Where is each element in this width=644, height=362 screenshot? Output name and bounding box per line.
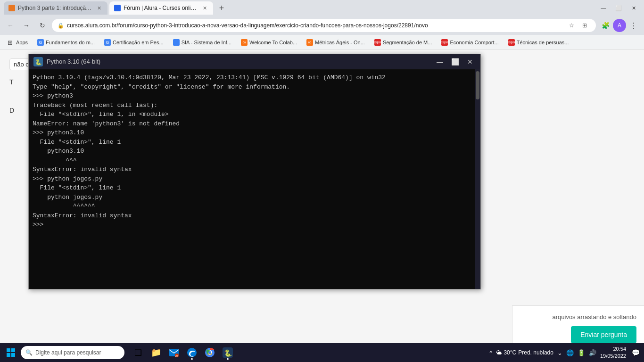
start-button[interactable]: [3, 345, 19, 361]
tab1-close[interactable]: ✕: [95, 4, 103, 12]
bookmark-star-icon[interactable]: ☆: [566, 20, 577, 31]
profile-avatar: A: [613, 19, 626, 32]
terminal-line-12: >>> python jogos.py: [33, 174, 477, 184]
terminal-line-8: File "<stdin>", line 1: [33, 138, 477, 147]
url-actions: ☆ ⊞: [566, 20, 590, 31]
weather-widget[interactable]: 🌥 30°C Pred. nublado: [496, 349, 553, 356]
page-d-label: D: [9, 107, 14, 114]
new-tab-button[interactable]: +: [215, 1, 228, 15]
tab1-favicon: [8, 5, 15, 11]
terminal-line-10: ^^^: [33, 156, 477, 165]
browser-chrome: Python 3 parte 1: introdução à n... ✕ Fó…: [0, 0, 644, 50]
network-icon[interactable]: 🌐: [566, 349, 574, 356]
google-icon-1: G: [37, 39, 44, 46]
system-tray: ^ 🌥 30°C Pred. nublado ⌄ 🌐 🔋 🔊 20:54 19/…: [489, 346, 641, 360]
bookmark-fundamentos[interactable]: G Fundamentos do m...: [33, 38, 99, 47]
bookmark-colab[interactable]: ∞ Welcome To Colab...: [237, 38, 301, 47]
url-bar[interactable]: 🔒 cursos.alura.com.br/forum/curso-python…: [52, 19, 596, 32]
taskbar-search-icon: 🔍: [25, 349, 33, 356]
window-controls: — ⬜ ✕: [597, 1, 640, 15]
bookmark-certificacao[interactable]: G Certificação em Pes...: [100, 38, 167, 47]
attach-files-text: arquivos arrastando e soltando: [552, 313, 636, 321]
task-view-icon: ❑: [134, 347, 142, 358]
refresh-button[interactable]: ↻: [36, 19, 49, 32]
bookmark-segmentacao[interactable]: espm Segmentação de M...: [371, 38, 436, 47]
file-explorer-button[interactable]: 📁: [148, 345, 164, 361]
terminal-maximize-button[interactable]: ⬜: [449, 56, 461, 67]
svg-text:28: 28: [175, 354, 179, 357]
terminal-close-button[interactable]: ✕: [464, 56, 476, 67]
close-browser-button[interactable]: ✕: [627, 1, 640, 15]
url-text: cursos.alura.com.br/forum/curso-python-3…: [67, 22, 563, 29]
terminal-scrollbar[interactable]: [475, 69, 480, 289]
lock-icon: 🔒: [58, 23, 64, 29]
bookmark-metricas[interactable]: ∞ Métricas Ágeis - On...: [303, 38, 369, 47]
bookmark-tecnicas[interactable]: espm Técnicas de persuas...: [504, 38, 573, 47]
bookmark-fundamentos-label: Fundamentos do m...: [46, 40, 95, 45]
submit-question-button[interactable]: Enviar pergunta: [571, 326, 636, 343]
terminal-line-7: >>> python3.10: [33, 128, 477, 138]
split-screen-icon[interactable]: ⊞: [579, 20, 590, 31]
battery-icon: 🔋: [578, 349, 585, 356]
clock-time: 20:54: [600, 346, 626, 353]
terminal-window[interactable]: 🐍 Python 3.10 (64-bit) — ⬜ ✕ Python 3.10…: [28, 54, 481, 289]
mail-icon: 28: [169, 347, 179, 358]
bookmark-economia[interactable]: espm Economia Comport...: [438, 38, 502, 47]
forward-button[interactable]: →: [20, 19, 33, 32]
chrome-menu-button[interactable]: ⋮: [627, 19, 640, 32]
svg-rect-2: [7, 348, 10, 352]
bookmark-colab-label: Welcome To Colab...: [249, 40, 297, 45]
notification-center-button[interactable]: 💬: [630, 347, 641, 358]
terminal-title-text: Python 3.10 (64-bit): [47, 58, 430, 65]
tab-2[interactable]: Fórum | Alura - Cursos online de... ✕: [109, 1, 213, 15]
bookmark-segmentacao-label: Segmentação de M...: [383, 40, 432, 45]
weather-temp: 30°C: [504, 349, 516, 356]
terminal-minimize-button[interactable]: —: [434, 56, 446, 67]
extensions-button[interactable]: 🧩: [599, 19, 612, 32]
terminal-line-13: File "<stdin>", line 1: [33, 183, 477, 193]
bookmark-apps-label: Apps: [16, 40, 28, 45]
espm-icon-3: espm: [508, 39, 515, 46]
svg-point-9: [187, 348, 197, 357]
back-button[interactable]: ←: [4, 19, 17, 32]
python-taskbar-button[interactable]: 🐍: [220, 345, 236, 361]
terminal-titlebar: 🐍 Python 3.10 (64-bit) — ⬜ ✕: [29, 54, 480, 69]
tab-1[interactable]: Python 3 parte 1: introdução à n... ✕: [4, 1, 107, 15]
terminal-line-9: python3.10: [33, 147, 477, 156]
volume-icon[interactable]: 🔊: [589, 349, 596, 356]
chrome-icon: [205, 347, 215, 358]
tab1-label: Python 3 parte 1: introdução à n...: [18, 5, 92, 11]
chrome-button[interactable]: [202, 345, 218, 361]
taskbar-search-bar[interactable]: 🔍 Digite aqui para pesquisar: [21, 346, 124, 359]
terminal-prompt: >>>: [33, 220, 477, 230]
minimize-browser-button[interactable]: —: [597, 1, 610, 15]
clock-date-text: 19/05/2022: [600, 353, 626, 360]
edge-browser-button[interactable]: [184, 345, 200, 361]
taskbar-search-placeholder: Digite aqui para pesquisar: [35, 349, 101, 356]
profile-menu-button[interactable]: A: [613, 19, 626, 32]
colab-icon: ∞: [241, 39, 248, 46]
tab2-close[interactable]: ✕: [201, 4, 208, 12]
tray-chevron-icon[interactable]: ⌄: [557, 349, 562, 356]
bookmark-sia-label: SIA - Sistema de Inf...: [182, 40, 231, 45]
webpage: não c T D 🐍 Python 3.10 (64-bit) — ⬜ ✕ P…: [0, 50, 644, 362]
system-tray-expand-icon[interactable]: ^: [489, 349, 492, 356]
terminal-line-15: ^^^^^^: [33, 202, 477, 211]
terminal-line-3: >>> python3: [33, 91, 477, 101]
mail-button[interactable]: 28: [166, 345, 182, 361]
espm-icon-2: espm: [441, 39, 448, 46]
taskbar: 🔍 Digite aqui para pesquisar ❑ 📁 28: [0, 343, 644, 362]
bookmark-metricas-label: Métricas Ágeis - On...: [315, 40, 365, 45]
task-view-button[interactable]: ❑: [130, 345, 146, 361]
bookmark-apps[interactable]: ⊞ Apps: [4, 38, 32, 47]
clock-date[interactable]: 20:54 19/05/2022: [600, 346, 626, 360]
bookmark-sia[interactable]: SIA - Sistema de Inf...: [169, 38, 235, 47]
terminal-scrollbar-thumb[interactable]: [476, 71, 479, 99]
terminal-body[interactable]: Python 3.10.4 (tags/v3.10.4:9d38120, Mar…: [29, 69, 480, 289]
title-bar: Python 3 parte 1: introdução à n... ✕ Fó…: [0, 0, 644, 16]
terminal-line-2: Type "help", "copyright", "credits" or "…: [33, 82, 477, 92]
metricas-icon: ∞: [306, 39, 313, 46]
address-bar: ← → ↻ 🔒 cursos.alura.com.br/forum/curso-…: [0, 16, 644, 35]
bookmarks-bar: ⊞ Apps G Fundamentos do m... G Certifica…: [0, 35, 644, 50]
maximize-browser-button[interactable]: ⬜: [612, 1, 625, 15]
